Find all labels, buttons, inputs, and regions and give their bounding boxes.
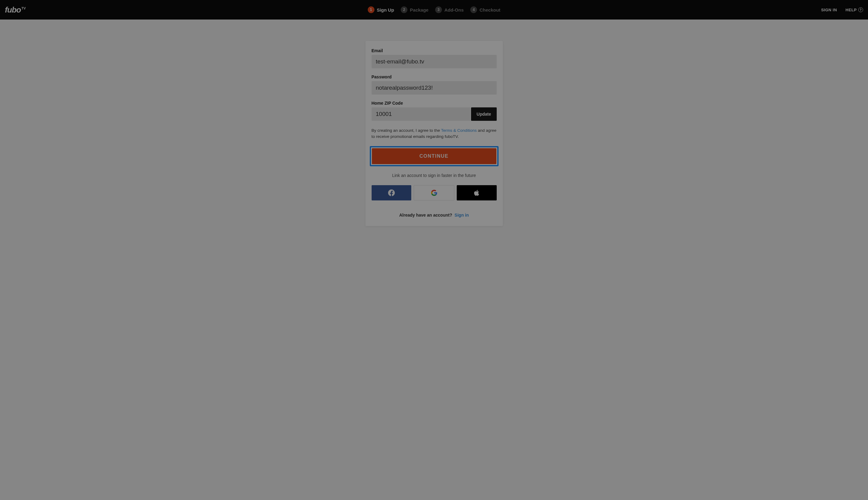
step-num-4: 4 xyxy=(470,7,477,13)
apple-button[interactable] xyxy=(457,185,497,201)
step-checkout[interactable]: 4 Checkout xyxy=(470,7,500,13)
already-text: Already have an account? xyxy=(399,213,452,217)
continue-button[interactable]: CONTINUE xyxy=(372,148,496,164)
main-content: Email Password Home ZIP Code Update By c… xyxy=(0,20,868,226)
step-num-3: 3 xyxy=(435,7,442,13)
terms-pre: By creating an account, I agree to the xyxy=(372,128,441,133)
main-header: fuboTV 1 Sign Up 2 Package 3 Add-Ons 4 C… xyxy=(0,0,868,20)
progress-steps: 1 Sign Up 2 Package 3 Add-Ons 4 Checkout xyxy=(368,7,500,13)
terms-text: By creating an account, I agree to the T… xyxy=(372,127,497,140)
link-account-text: Link an account to sign in faster in the… xyxy=(372,173,497,178)
step-num-2: 2 xyxy=(401,7,408,13)
header-right: SIGN IN HELP ? xyxy=(821,7,863,12)
step-package[interactable]: 2 Package xyxy=(401,7,429,13)
help-link[interactable]: HELP ? xyxy=(845,7,863,12)
sign-in-link[interactable]: SIGN IN xyxy=(821,8,837,12)
zip-row: Update xyxy=(372,107,497,121)
zip-label: Home ZIP Code xyxy=(372,101,497,105)
step-label-2: Package xyxy=(410,7,429,12)
facebook-button[interactable] xyxy=(372,185,412,201)
step-add-ons[interactable]: 3 Add-Ons xyxy=(435,7,464,13)
step-label-4: Checkout xyxy=(480,7,500,12)
step-label-1: Sign Up xyxy=(377,7,394,12)
google-icon xyxy=(431,190,437,196)
terms-link[interactable]: Terms & Conditions xyxy=(441,128,477,133)
email-label: Email xyxy=(372,48,497,53)
step-sign-up[interactable]: 1 Sign Up xyxy=(368,7,394,13)
password-field[interactable] xyxy=(372,81,497,94)
step-label-3: Add-Ons xyxy=(444,7,464,12)
already-have-account: Already have an account? Sign in xyxy=(372,213,497,217)
step-num-1: 1 xyxy=(368,7,374,13)
email-field[interactable] xyxy=(372,55,497,68)
zip-field[interactable] xyxy=(372,107,471,121)
help-icon: ? xyxy=(858,7,863,12)
logo-sup: TV xyxy=(21,7,26,10)
continue-highlight-wrap: CONTINUE xyxy=(370,146,499,166)
signup-card: Email Password Home ZIP Code Update By c… xyxy=(366,41,503,226)
signin-link[interactable]: Sign in xyxy=(455,213,469,217)
update-button[interactable]: Update xyxy=(471,107,496,121)
fubo-logo[interactable]: fuboTV xyxy=(5,5,26,15)
logo-text: fubo xyxy=(5,5,21,15)
facebook-icon xyxy=(388,190,395,196)
help-text: HELP xyxy=(845,8,857,12)
password-label: Password xyxy=(372,75,497,79)
google-button[interactable] xyxy=(414,185,454,201)
social-buttons xyxy=(372,185,497,201)
apple-icon xyxy=(473,190,480,196)
